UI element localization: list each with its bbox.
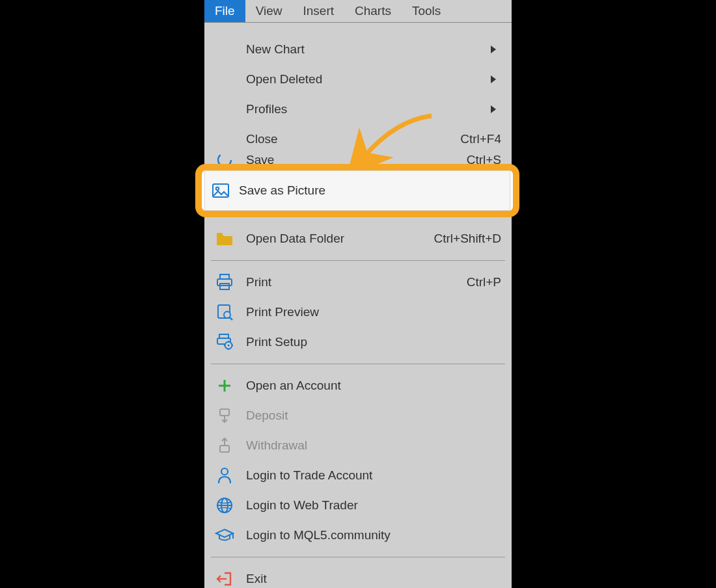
menu-item-label: Save as Picture: [239, 183, 325, 198]
menu-item-shortcut: Ctrl+F4: [460, 132, 501, 146]
menu-item-label: Login to Web Trader: [246, 498, 501, 513]
menu-deposit[interactable]: Deposit: [204, 401, 512, 431]
menu-item-label: Print Preview: [246, 305, 501, 319]
menu-item-label: New Chart: [246, 42, 501, 57]
menu-login-mql5[interactable]: Login to MQL5.community: [204, 520, 512, 550]
svg-rect-1: [217, 233, 223, 235]
menu-item-label: Open Deleted: [246, 72, 501, 87]
deposit-icon: [215, 406, 234, 425]
annotation-highlight: Save as Picture: [195, 164, 519, 217]
globe-icon: [215, 496, 234, 515]
menubar-file[interactable]: File: [204, 0, 245, 22]
menu-print-preview[interactable]: Print Preview: [204, 297, 512, 327]
svg-rect-28: [213, 184, 228, 197]
menu-item-label: Login to MQL5.community: [246, 528, 501, 542]
plus-icon: [215, 376, 234, 395]
file-menu: New Chart Open Deleted Profiles Close Ct…: [204, 23, 512, 588]
svg-point-6: [224, 312, 230, 318]
app-window: File View Insert Charts Tools New Chart …: [204, 0, 512, 588]
menu-separator: [211, 364, 505, 364]
submenu-arrow-icon: [491, 105, 496, 113]
menu-open-data-folder[interactable]: Open Data Folder Ctrl+Shift+D: [204, 224, 512, 254]
menu-open-deleted[interactable]: Open Deleted: [204, 64, 512, 94]
svg-rect-2: [220, 274, 229, 279]
menubar-view[interactable]: View: [245, 0, 293, 22]
svg-point-22: [221, 468, 228, 475]
svg-rect-4: [220, 284, 229, 289]
menubar-insert[interactable]: Insert: [292, 0, 344, 22]
svg-rect-18: [220, 409, 229, 416]
svg-line-7: [230, 317, 232, 320]
svg-point-29: [216, 187, 219, 190]
withdrawal-icon: [215, 436, 234, 455]
menu-login-web-trader[interactable]: Login to Web Trader: [204, 490, 512, 520]
menu-item-label: Print: [246, 275, 467, 289]
exit-icon: [215, 569, 234, 588]
menubar: File View Insert Charts Tools: [204, 0, 512, 23]
menu-separator: [211, 557, 505, 557]
print-icon: [215, 273, 234, 292]
menu-item-shortcut: Ctrl+Shift+D: [434, 232, 501, 246]
picture-icon: [212, 182, 230, 199]
print-setup-icon: [215, 332, 234, 352]
menu-print[interactable]: Print Ctrl+P: [204, 267, 512, 297]
svg-point-11: [228, 345, 230, 347]
menu-item-label: Exit: [246, 572, 501, 586]
submenu-arrow-icon: [491, 46, 496, 53]
svg-rect-20: [220, 446, 229, 452]
menu-item-label: Deposit: [246, 408, 501, 423]
menu-item-label: Open Data Folder: [246, 232, 434, 246]
menu-item-label: Open an Account: [246, 379, 501, 393]
submenu-arrow-icon: [491, 75, 496, 83]
folder-icon: [215, 229, 234, 248]
menu-separator: [211, 260, 505, 261]
menu-exit[interactable]: Exit: [204, 564, 512, 588]
menubar-tools[interactable]: Tools: [402, 0, 451, 22]
menu-item-label: Login to Trade Account: [246, 468, 501, 483]
menu-open-account[interactable]: Open an Account: [204, 371, 512, 401]
graduation-cap-icon: [215, 526, 234, 545]
menu-save-as-picture[interactable]: Save as Picture: [204, 170, 510, 211]
print-preview-icon: [215, 302, 234, 322]
menu-item-shortcut: Ctrl+P: [467, 275, 501, 289]
user-icon: [215, 466, 234, 485]
menubar-charts[interactable]: Charts: [344, 0, 402, 22]
menu-withdrawal[interactable]: Withdrawal: [204, 431, 512, 461]
menu-new-chart[interactable]: New Chart: [204, 34, 512, 64]
menu-print-setup[interactable]: Print Setup: [204, 327, 512, 357]
menu-item-label: Withdrawal: [246, 438, 501, 453]
menu-item-label: Print Setup: [246, 335, 501, 349]
menu-login-trade-account[interactable]: Login to Trade Account: [204, 461, 512, 490]
